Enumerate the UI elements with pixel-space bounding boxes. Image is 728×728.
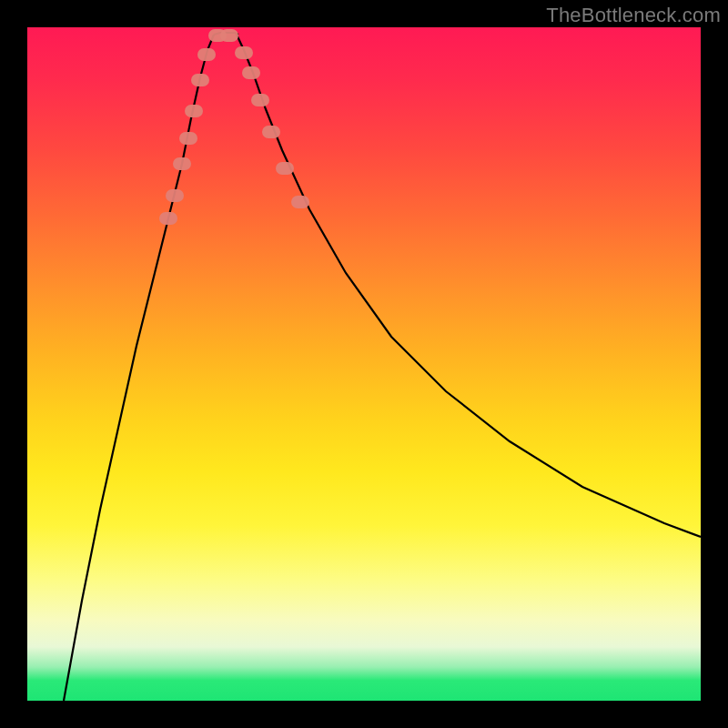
curve-group [64, 33, 701, 701]
data-marker [159, 212, 177, 225]
data-marker [185, 105, 203, 117]
data-marker [220, 29, 238, 42]
data-marker [291, 196, 309, 208]
data-marker [242, 66, 260, 79]
data-marker [166, 189, 184, 202]
watermark-text: TheBottleneck.com [546, 4, 721, 27]
data-marker [173, 157, 191, 170]
data-marker [191, 74, 209, 86]
plot-frame [27, 27, 701, 701]
right-branch-path [237, 35, 701, 537]
data-marker [235, 46, 253, 59]
data-marker [197, 48, 216, 61]
data-marker [251, 94, 269, 106]
curve-plot [27, 27, 701, 701]
data-marker [276, 162, 294, 175]
data-marker [262, 126, 280, 138]
data-marker [179, 132, 197, 145]
markers-group [159, 29, 309, 225]
